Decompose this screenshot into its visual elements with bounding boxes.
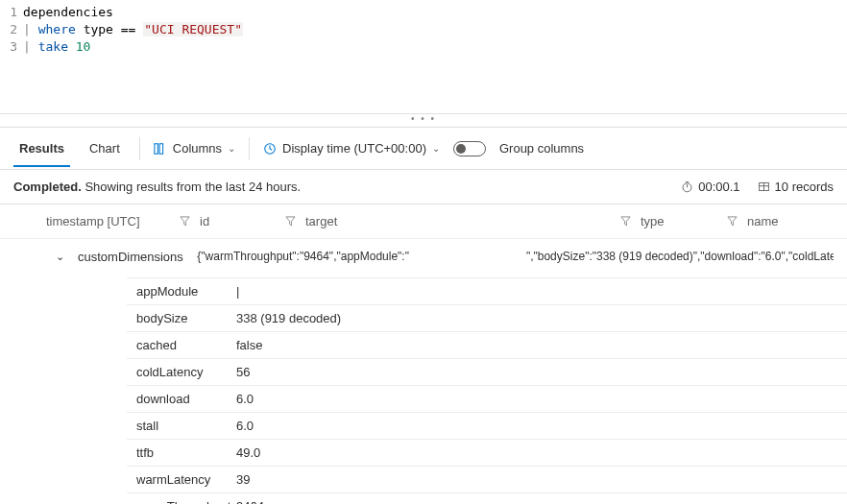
col-type[interactable]: type	[641, 214, 665, 228]
row-detail-table: appModule| bodySize338 (919 decoded) cac…	[127, 277, 847, 504]
line-number: 1	[0, 4, 23, 21]
detail-row[interactable]: warmLatency39	[127, 466, 847, 492]
token-pipe: |	[23, 22, 38, 36]
col-id[interactable]: id	[200, 214, 209, 228]
elapsed-time: 00:00.1	[681, 180, 739, 194]
divider	[249, 137, 250, 160]
query-editor[interactable]: 1 dependencies 2 | where type == "UCI RE…	[0, 0, 847, 114]
table-header: timestamp [UTC] id target type name	[0, 204, 847, 239]
collapse-row-icon[interactable]: ⌄	[56, 251, 64, 263]
stopwatch-icon	[681, 180, 693, 193]
tab-results[interactable]: Results	[13, 132, 70, 167]
line-number: 2	[0, 21, 23, 38]
row-field-name: customDimensions	[78, 250, 197, 264]
token-table: dependencies	[23, 5, 113, 19]
group-columns-label: Group columns	[499, 141, 584, 156]
detail-row[interactable]: download6.0	[127, 385, 847, 412]
group-columns-toggle[interactable]	[453, 141, 486, 156]
display-time-button[interactable]: Display time (UTC+00:00) ⌄	[263, 141, 440, 156]
status-text: Showing results from the last 24 hours.	[82, 180, 301, 194]
row-value-right: ","bodySize":"338 (919 decoded)","downlo…	[526, 250, 834, 263]
token-string: "UCI REQUEST"	[143, 22, 243, 36]
token-field: type	[84, 22, 113, 36]
detail-row[interactable]: stall6.0	[127, 412, 847, 439]
detail-row[interactable]: appModule|	[127, 277, 847, 304]
clock-icon	[263, 142, 277, 156]
filter-icon[interactable]	[620, 216, 631, 227]
record-count: 10 records	[758, 180, 834, 194]
col-name[interactable]: name	[747, 214, 779, 228]
table-icon	[758, 180, 770, 193]
chevron-down-icon: ⌄	[228, 143, 235, 154]
row-value-left: {"warmThroughput":"9464","appModule":"	[197, 250, 440, 263]
table-row[interactable]: ⌄ customDimensions {"warmThroughput":"94…	[0, 239, 847, 274]
columns-icon	[154, 142, 167, 156]
token-eq: ==	[121, 22, 136, 36]
col-timestamp[interactable]: timestamp [UTC]	[46, 214, 140, 228]
token-where: where	[38, 22, 76, 36]
status-bar: Completed. Showing results from the last…	[0, 170, 847, 204]
columns-button[interactable]: Columns ⌄	[154, 141, 235, 156]
filter-icon[interactable]	[285, 216, 296, 227]
results-toolbar: Results Chart Columns ⌄ Display time (UT…	[0, 128, 847, 170]
detail-row[interactable]: cachedfalse	[127, 331, 847, 358]
divider	[139, 137, 140, 160]
detail-row[interactable]: bodySize338 (919 decoded)	[127, 304, 847, 331]
token-take: take	[38, 39, 68, 54]
token-pipe: |	[23, 39, 38, 54]
tab-chart[interactable]: Chart	[84, 132, 126, 165]
token-number: 10	[76, 39, 91, 54]
display-time-label: Display time (UTC+00:00)	[282, 141, 426, 156]
pane-resize-handle[interactable]: • • •	[0, 114, 847, 128]
columns-label: Columns	[173, 141, 222, 156]
col-target[interactable]: target	[305, 214, 337, 228]
detail-row[interactable]: warmThroughput9464	[127, 492, 847, 504]
detail-row[interactable]: coldLatency56	[127, 358, 847, 385]
status-completed: Completed.	[13, 180, 82, 194]
chevron-down-icon: ⌄	[432, 143, 440, 154]
filter-icon[interactable]	[180, 216, 190, 227]
detail-row[interactable]: ttfb49.0	[127, 439, 847, 466]
filter-icon[interactable]	[727, 216, 738, 227]
svg-rect-1	[159, 143, 163, 154]
svg-rect-0	[155, 143, 158, 154]
line-number: 3	[0, 38, 23, 56]
